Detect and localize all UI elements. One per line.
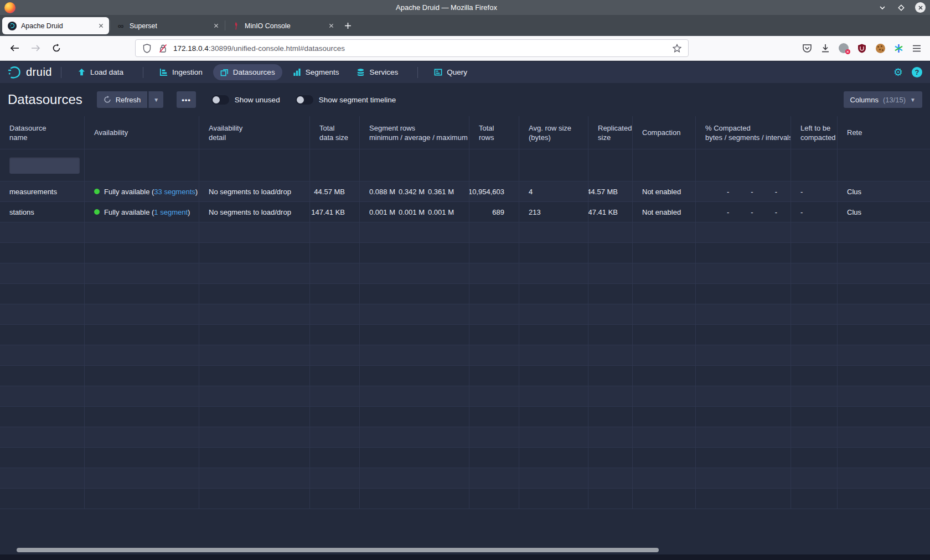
tab-separator — [225, 20, 225, 30]
avg-row-size-cell: 213 — [519, 202, 588, 222]
show-unused-toggle[interactable]: Show unused — [211, 95, 280, 105]
left-to-compact-cell: - — [791, 202, 838, 222]
settings-gear-icon[interactable]: ⚙ — [893, 66, 903, 79]
availability-cell: Fully available (1 segment) — [85, 202, 199, 222]
column-header[interactable]: Avg. row size(bytes) — [519, 116, 588, 149]
bookmark-star-icon[interactable] — [671, 43, 683, 54]
druid-brand[interactable]: druid — [8, 66, 52, 79]
minimize-button[interactable] — [877, 3, 887, 13]
minio-favicon — [231, 22, 240, 30]
segments-link[interactable]: 1 segment — [154, 208, 188, 216]
column-header[interactable]: Availabilitydetail — [199, 116, 310, 149]
show-segment-timeline-toggle[interactable]: Show segment timeline — [296, 95, 396, 105]
nav-datasources[interactable]: Datasources — [213, 64, 282, 80]
replicated-size-cell: 44.57 MB — [588, 182, 633, 201]
replicated-size-cell: 147.41 KB — [588, 202, 633, 222]
datasource-name-cell[interactable]: stations — [0, 202, 85, 222]
page-title: Datasources — [8, 92, 82, 107]
back-button[interactable] — [6, 39, 23, 57]
nav-query[interactable]: Query — [427, 64, 474, 80]
toggle-track[interactable] — [296, 95, 313, 105]
nav-services[interactable]: Services — [349, 64, 405, 81]
retention-cell: Clus — [838, 202, 930, 222]
availability-detail-cell: No segments to load/drop — [199, 182, 310, 201]
column-header[interactable]: Left to becompacted — [791, 116, 838, 149]
brand-name: druid — [26, 66, 52, 79]
extension-asterisk-icon[interactable] — [893, 43, 904, 54]
column-header[interactable]: Totalrows — [469, 116, 519, 149]
left-to-compact-cell: - — [791, 182, 838, 201]
tab-close-icon[interactable] — [321, 23, 334, 28]
total-data-size-cell: 147.41 KB — [310, 202, 360, 222]
url-path: :30899/unified-console.html#datasources — [209, 44, 345, 53]
downloads-icon[interactable] — [820, 43, 831, 54]
columns-button[interactable]: Columns (13/15) ▼ — [844, 91, 922, 108]
tab-minio[interactable]: MinIO Console — [226, 17, 339, 34]
horizontal-scrollbar[interactable] — [17, 548, 659, 552]
pocket-icon[interactable] — [802, 43, 813, 54]
forward-button[interactable] — [27, 39, 44, 57]
cookie-icon[interactable] — [875, 43, 886, 54]
empty-table-row — [0, 386, 930, 407]
retention-cell: Clus — [838, 182, 930, 201]
insecure-lock-icon[interactable] — [157, 43, 168, 54]
tab-close-icon[interactable] — [206, 23, 219, 28]
segments-icon — [293, 68, 301, 76]
table-row[interactable]: stations Fully available (1 segment) No … — [0, 202, 930, 222]
nav-divider — [143, 67, 143, 78]
column-header[interactable]: % Compactedbytes / segments / intervals — [696, 116, 791, 149]
segments-link[interactable]: 33 segments — [154, 188, 195, 196]
column-header[interactable]: Rete — [838, 116, 930, 149]
empty-table-row — [0, 489, 930, 509]
window-bottom-edge — [0, 554, 930, 560]
datasource-name-cell[interactable]: measurements — [0, 182, 85, 201]
column-header[interactable]: Segment rowsminimum / average / maximum — [360, 116, 469, 149]
more-actions-button[interactable]: ••• — [177, 91, 196, 108]
help-icon[interactable]: ? — [912, 67, 922, 77]
column-header[interactable]: Replicatedsize — [588, 116, 633, 149]
page-header: Datasources Refresh ▼ ••• Show unused Sh… — [0, 83, 930, 116]
close-button[interactable] — [915, 2, 926, 13]
nav-load-data[interactable]: Load data — [70, 64, 131, 80]
status-dot-icon — [94, 209, 100, 215]
account-icon[interactable]: ✕ — [838, 43, 849, 54]
tab-label: Apache Druid — [21, 22, 63, 30]
toggle-track[interactable] — [211, 95, 229, 105]
empty-table-row — [0, 345, 930, 366]
superset-favicon: ∞ — [116, 22, 125, 30]
status-dot-icon — [94, 189, 100, 194]
total-rows-cell: 689 — [469, 202, 519, 222]
nav-ingestion[interactable]: Ingestion — [152, 64, 210, 80]
datasource-name-filter-input[interactable] — [9, 157, 80, 174]
url-bar[interactable]: 172.18.0.4:30899/unified-console.html#da… — [135, 39, 689, 57]
url-text[interactable]: 172.18.0.4:30899/unified-console.html#da… — [173, 44, 666, 53]
tab-close-icon[interactable] — [91, 23, 104, 28]
table-row[interactable]: measurements Fully available (33 segment… — [0, 182, 930, 202]
column-header[interactable]: Compaction — [633, 116, 696, 149]
tab-superset[interactable]: ∞ Superset — [111, 17, 224, 34]
refresh-button[interactable]: Refresh — [97, 91, 148, 108]
maximize-button[interactable] — [896, 3, 906, 13]
firefox-window: Apache Druid — Mozilla Firefox Apache Dr… — [0, 0, 930, 560]
tab-apache-druid[interactable]: Apache Druid — [2, 17, 109, 34]
column-header[interactable]: Availability — [85, 116, 199, 149]
empty-table-row — [0, 263, 930, 284]
new-tab-button[interactable] — [339, 17, 356, 34]
nav-segments[interactable]: Segments — [286, 64, 347, 80]
empty-table-row — [0, 284, 930, 304]
menu-hamburger-icon[interactable] — [911, 43, 922, 54]
reload-button[interactable] — [48, 39, 65, 57]
tab-separator — [110, 20, 110, 30]
availability-cell: Fully available (33 segments) — [85, 182, 199, 201]
empty-rows-region — [0, 222, 930, 509]
ingestion-icon — [159, 68, 168, 76]
services-icon — [356, 68, 365, 77]
nav-divider — [61, 67, 61, 78]
ublock-origin-icon[interactable] — [856, 43, 867, 54]
column-header[interactable]: Totaldata size — [310, 116, 360, 149]
refresh-dropdown-button[interactable]: ▼ — [148, 91, 163, 108]
tracking-shield-icon[interactable] — [141, 43, 152, 54]
druid-navbar: druid Load data Ingestion Datasources Se… — [0, 61, 930, 83]
column-header[interactable]: Datasourcename — [0, 116, 85, 149]
firefox-logo-icon — [4, 2, 16, 13]
